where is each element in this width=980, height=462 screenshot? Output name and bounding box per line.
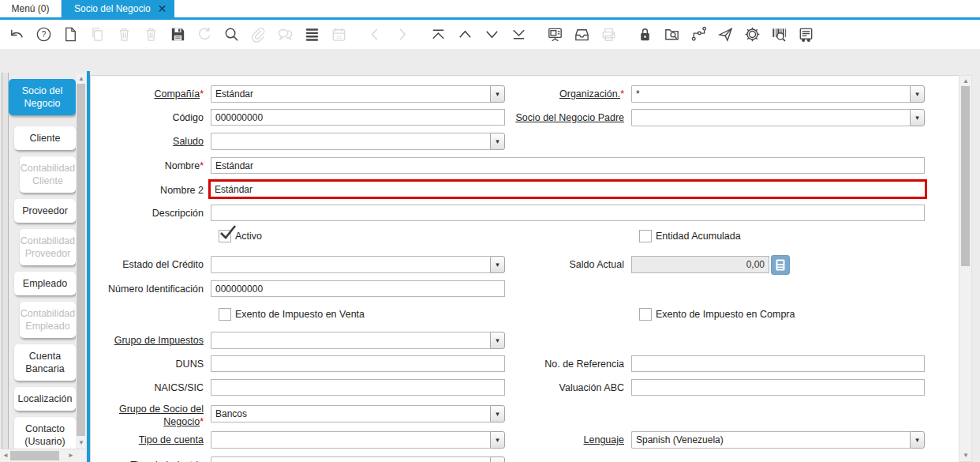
help-icon[interactable]: ?	[35, 25, 53, 43]
calculator-icon[interactable]	[771, 255, 790, 275]
previous-record-icon[interactable]	[456, 25, 474, 43]
valuacion-abc-input[interactable]	[631, 379, 925, 396]
sidebar-tab-cuenta-bancaria[interactable]: Cuenta Bancaria	[14, 344, 76, 381]
field-label-lenguaje[interactable]: Lenguaje	[584, 434, 624, 445]
sidebar-tab-socio-del-negocio[interactable]: Socio del Negocio	[9, 79, 76, 115]
tipo-industria-input[interactable]	[211, 456, 490, 462]
new-record-icon[interactable]	[62, 25, 80, 43]
descripcion-input[interactable]	[211, 205, 925, 221]
west-splitter[interactable]	[2, 73, 9, 462]
sidebar-tab-proveedor[interactable]: Proveedor	[14, 199, 76, 223]
compania-input[interactable]	[211, 85, 490, 103]
chevron-down-icon[interactable]: ▾	[490, 456, 505, 462]
copy-record-icon	[88, 25, 107, 43]
compania-combo: ▾	[211, 85, 505, 103]
tab-menu[interactable]: Menú (0)	[0, 0, 62, 17]
field-label-saludo[interactable]: Saludo	[173, 136, 204, 147]
close-icon[interactable]: ✕	[158, 3, 167, 14]
chevron-down-icon[interactable]: ▾	[490, 133, 505, 150]
sidebar-tab-contacto-usuario[interactable]: Contacto (Usuario)	[14, 417, 76, 449]
field-label-compania[interactable]: Compañía	[154, 88, 200, 100]
last-record-icon[interactable]	[510, 25, 528, 43]
lenguaje-input[interactable]	[631, 431, 910, 449]
no-referencia-input[interactable]	[631, 355, 925, 372]
exento-venta-checkbox[interactable]: Exento de Impuesto en Venta	[219, 306, 505, 322]
lock-icon[interactable]	[636, 25, 654, 43]
chevron-down-icon[interactable]: ▾	[910, 431, 925, 449]
tipo-cuenta-input[interactable]	[211, 431, 490, 449]
calendar-icon: 31	[330, 25, 348, 43]
form-view-icon[interactable]	[546, 25, 564, 43]
content-vertical-scrollbar[interactable]: ▲ ▼	[959, 75, 972, 462]
archive-icon[interactable]	[573, 25, 591, 43]
undo-icon[interactable]	[8, 25, 26, 43]
content-vscroll-thumb[interactable]	[961, 86, 970, 266]
naics-input[interactable]	[211, 379, 505, 396]
report-icon[interactable]	[797, 25, 815, 43]
field-label-organizacion[interactable]: Organización.	[559, 88, 620, 100]
entidad-acumulada-checkbox[interactable]: Entidad Acumulada	[639, 228, 925, 244]
estado-credito-input[interactable]	[211, 256, 490, 273]
activo-label: Activo	[235, 231, 262, 242]
chevron-down-icon[interactable]: ▾	[490, 256, 505, 273]
sidebar-horizontal-scrollbar[interactable]: ◄ ►	[0, 449, 86, 462]
workflow-icon[interactable]	[690, 25, 708, 43]
next-page-icon	[393, 25, 411, 43]
duns-input[interactable]	[211, 355, 505, 372]
product-info-icon[interactable]	[770, 25, 788, 43]
sidebar-vertical-scrollbar[interactable]: ▲ ▼	[76, 73, 86, 449]
send-mail-icon[interactable]	[716, 25, 735, 43]
field-label-tipo-cuenta[interactable]: Tipo de cuenta	[139, 434, 204, 445]
sidebar-tab-localizacion[interactable]: Localización	[14, 387, 76, 411]
field-label-saldo-actual: Saldo Actual	[505, 256, 624, 273]
field-label-socio-padre[interactable]: Socio del Negocio Padre	[515, 112, 624, 123]
chevron-down-icon[interactable]: ▾	[910, 85, 925, 103]
numero-identificacion-input[interactable]	[211, 280, 505, 297]
grupo-socio-input[interactable]	[211, 405, 490, 423]
sidebar-tab-contabilidad-empleado: Contabilidad Empleado	[20, 302, 76, 338]
codigo-input[interactable]	[211, 109, 505, 126]
sidebar-vscroll-thumb[interactable]	[77, 84, 85, 436]
svg-text:31: 31	[336, 34, 342, 39]
saludo-input[interactable]	[211, 133, 490, 150]
svg-text:?: ?	[42, 29, 47, 39]
field-label-duns: DUNS	[91, 355, 204, 373]
find-icon[interactable]	[223, 25, 241, 43]
chevron-down-icon[interactable]: ▾	[490, 431, 505, 449]
tab-socio-del-negocio[interactable]: Socio del Negocio ✕	[62, 0, 174, 17]
scroll-right-icon[interactable]: ►	[68, 453, 74, 459]
scroll-down-icon[interactable]: ▼	[78, 440, 84, 446]
nombre2-input[interactable]	[208, 179, 927, 199]
sidebar-tab-empleado[interactable]: Empleado	[14, 272, 76, 295]
chevron-down-icon[interactable]: ▾	[490, 405, 505, 423]
save-icon[interactable]	[169, 25, 187, 43]
field-label-nombre: Nombre	[165, 160, 200, 171]
grupo-impuestos-input[interactable]	[211, 332, 490, 349]
window-tabbar: Menú (0) Socio del Negocio ✕	[0, 0, 980, 20]
field-label-grupo-impuestos[interactable]: Grupo de Impuestos	[114, 335, 204, 346]
scroll-up-icon[interactable]: ▲	[963, 78, 969, 85]
toolbar: ? 31	[0, 20, 980, 49]
chevron-down-icon[interactable]: ▾	[490, 332, 505, 349]
sidebar-tab-cliente[interactable]: Cliente	[14, 126, 76, 150]
nombre-input[interactable]	[211, 157, 925, 174]
chevron-down-icon[interactable]: ▾	[910, 109, 925, 126]
socio-padre-input[interactable]	[631, 109, 910, 126]
exento-compra-checkbox[interactable]: Exento de Impuesto en Compra	[639, 306, 925, 322]
scroll-up-icon[interactable]: ▲	[78, 76, 84, 82]
delete-record-icon	[115, 25, 133, 43]
chevron-down-icon[interactable]: ▾	[490, 85, 505, 103]
scroll-left-icon[interactable]: ◄	[2, 453, 9, 459]
sidebar-hscroll-thumb[interactable]	[10, 451, 59, 460]
activo-checkbox[interactable]: Activo	[219, 228, 505, 244]
grid-toggle-icon[interactable]	[303, 25, 321, 43]
process-icon[interactable]	[743, 25, 761, 43]
tipo-cuenta-combo: ▾	[211, 431, 505, 449]
form-panel: Compañía* ▾ Organización.* ▾ Código Soci…	[90, 75, 959, 462]
scroll-down-icon[interactable]: ▼	[963, 453, 969, 459]
first-record-icon[interactable]	[429, 25, 447, 43]
zoom-across-icon[interactable]	[663, 25, 681, 43]
organizacion-input[interactable]	[631, 85, 910, 103]
next-record-icon[interactable]	[483, 25, 501, 43]
field-label-grupo-socio[interactable]: Grupo de Socio del Negocio	[119, 404, 204, 427]
